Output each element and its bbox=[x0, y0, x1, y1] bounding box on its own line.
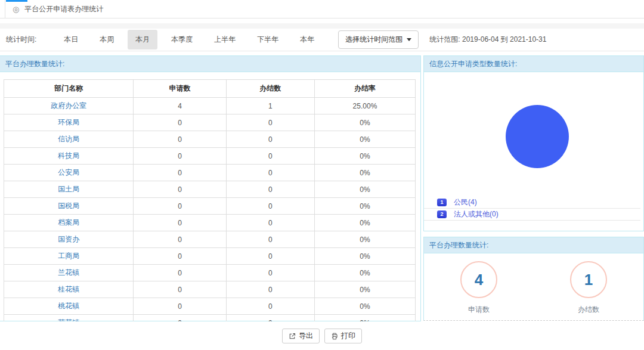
request-type-panel-body: 1公民(4)2法人或其他(0) bbox=[424, 72, 643, 231]
value-cell: 0 bbox=[226, 198, 314, 215]
legend-label: 公民(4) bbox=[454, 197, 477, 207]
dept-name-link[interactable]: 档案局 bbox=[4, 215, 134, 231]
dept-name-link[interactable]: 环保局 bbox=[4, 114, 134, 131]
value-cell: 0% bbox=[314, 198, 415, 215]
value-cell: 0% bbox=[314, 265, 415, 281]
stat-circle: 1 bbox=[570, 261, 607, 298]
table-row: 信访局000% bbox=[4, 131, 416, 148]
value-cell: 0 bbox=[134, 265, 226, 281]
table-row: 桂花镇000% bbox=[4, 281, 416, 298]
legend-index-badge: 2 bbox=[437, 210, 447, 218]
dept-name-link[interactable]: 国土局 bbox=[4, 181, 134, 198]
dept-name-link[interactable]: 政府办公室 bbox=[4, 98, 134, 114]
value-cell: 0% bbox=[314, 181, 415, 198]
export-icon bbox=[289, 333, 296, 340]
value-cell: 0 bbox=[226, 315, 314, 322]
value-cell: 0 bbox=[134, 315, 226, 322]
value-cell: 0 bbox=[134, 248, 226, 265]
time-range-dropdown[interactable]: 选择统计时间范围 bbox=[338, 30, 419, 49]
value-cell: 0 bbox=[226, 165, 314, 181]
table-row: 兰花镇000% bbox=[4, 265, 416, 281]
legend-item[interactable]: 1公民(4) bbox=[424, 197, 640, 209]
table-row: 政府办公室4125.00% bbox=[4, 98, 416, 114]
value-cell: 0% bbox=[314, 281, 415, 298]
value-cell: 0 bbox=[226, 215, 314, 231]
legend-index-badge: 1 bbox=[437, 199, 447, 206]
table-row: 国资办000% bbox=[4, 231, 416, 248]
dept-name-link[interactable]: 桃花镇 bbox=[4, 298, 134, 315]
filter-time-label: 统计时间: bbox=[6, 35, 36, 45]
pie-legend: 1公民(4)2法人或其他(0) bbox=[424, 197, 640, 221]
value-cell: 0 bbox=[134, 114, 226, 131]
export-button-label: 导出 bbox=[299, 331, 313, 341]
value-cell: 0% bbox=[314, 248, 415, 265]
dept-name-link[interactable]: 工商局 bbox=[4, 248, 134, 265]
toolbar-strip bbox=[0, 23, 644, 29]
dept-name-link[interactable]: 科技局 bbox=[4, 148, 134, 165]
print-button-label: 打印 bbox=[341, 331, 355, 341]
table-row: 国土局000% bbox=[4, 181, 416, 198]
spacer bbox=[0, 18, 644, 23]
time-range-dropdown-label: 选择统计时间范围 bbox=[345, 35, 402, 45]
value-cell: 0 bbox=[134, 298, 226, 315]
table-row: 公安局000% bbox=[4, 165, 416, 181]
table-row: 荷花镇000% bbox=[4, 315, 416, 322]
footer-actions: 导出 打印 bbox=[0, 329, 644, 343]
request-type-panel: 信息公开申请类型数量统计: 1公民(4)2法人或其他(0) bbox=[423, 55, 644, 231]
printer-icon bbox=[331, 333, 338, 340]
dept-table-header-row: 部门名称申请数办结数办结率 bbox=[4, 80, 416, 98]
table-row: 国税局000% bbox=[4, 198, 416, 215]
value-cell: 0 bbox=[134, 215, 226, 231]
table-row: 工商局000% bbox=[4, 248, 416, 265]
platform-totals-panel-body: 4申请数1办结数 bbox=[424, 253, 643, 315]
print-button[interactable]: 打印 bbox=[324, 329, 362, 343]
dept-name-link[interactable]: 兰花镇 bbox=[4, 265, 134, 281]
stat-label: 申请数 bbox=[460, 305, 497, 315]
pie-chart bbox=[506, 105, 569, 168]
value-cell: 0 bbox=[226, 114, 314, 131]
value-cell: 0 bbox=[134, 198, 226, 215]
filter-option[interactable]: 本月 bbox=[128, 30, 157, 49]
filter-option[interactable]: 上半年 bbox=[206, 30, 243, 49]
filter-option[interactable]: 本季度 bbox=[163, 30, 200, 49]
dept-name-link[interactable]: 国税局 bbox=[4, 198, 134, 215]
legend-item[interactable]: 2法人或其他(0) bbox=[424, 209, 640, 221]
tab-active[interactable]: ◎ 平台公开申请表办理统计 bbox=[5, 0, 112, 18]
filter-option[interactable]: 下半年 bbox=[249, 30, 286, 49]
value-cell: 0% bbox=[314, 298, 415, 315]
dept-table-body: 政府办公室4125.00%环保局000%信访局000%科技局000%公安局000… bbox=[4, 98, 416, 322]
filter-options: 本日本周本月本季度上半年下半年本年 bbox=[53, 30, 325, 49]
stat-circle: 4 bbox=[460, 261, 497, 298]
value-cell: 0 bbox=[226, 281, 314, 298]
value-cell: 0% bbox=[314, 165, 415, 181]
filter-option[interactable]: 本周 bbox=[92, 30, 122, 49]
value-cell: 0 bbox=[134, 165, 226, 181]
filter-option[interactable]: 本年 bbox=[292, 30, 322, 49]
value-cell: 0% bbox=[314, 148, 415, 165]
dept-stats-panel-body: 部门名称申请数办结数办结率 政府办公室4125.00%环保局000%信访局000… bbox=[0, 72, 420, 321]
filter-option[interactable]: 本日 bbox=[56, 30, 86, 49]
value-cell: 0% bbox=[314, 114, 415, 131]
value-cell: 0 bbox=[226, 181, 314, 198]
dept-name-link[interactable]: 信访局 bbox=[4, 131, 134, 148]
export-button[interactable]: 导出 bbox=[282, 329, 320, 343]
value-cell: 0 bbox=[226, 298, 314, 315]
value-cell: 0 bbox=[226, 131, 314, 148]
value-cell: 0 bbox=[226, 248, 314, 265]
value-cell: 25.00% bbox=[314, 98, 415, 114]
value-cell: 0% bbox=[314, 315, 415, 322]
dept-name-link[interactable]: 国资办 bbox=[4, 231, 134, 248]
value-cell: 0 bbox=[134, 131, 226, 148]
dept-name-link[interactable]: 公安局 bbox=[4, 165, 134, 181]
value-cell: 4 bbox=[134, 98, 226, 114]
value-cell: 0 bbox=[134, 231, 226, 248]
dept-name-link[interactable]: 桂花镇 bbox=[4, 281, 134, 298]
statistics-range-text: 统计范围: 2019-06-04 到 2021-10-31 bbox=[429, 35, 546, 45]
request-type-panel-title: 信息公开申请类型数量统计: bbox=[424, 56, 643, 72]
value-cell: 0 bbox=[226, 265, 314, 281]
table-row: 科技局000% bbox=[4, 148, 416, 165]
dept-name-link[interactable]: 荷花镇 bbox=[4, 315, 134, 322]
eye-icon: ◎ bbox=[13, 5, 19, 13]
value-cell: 0 bbox=[134, 148, 226, 165]
column-header: 部门名称 bbox=[4, 80, 134, 98]
